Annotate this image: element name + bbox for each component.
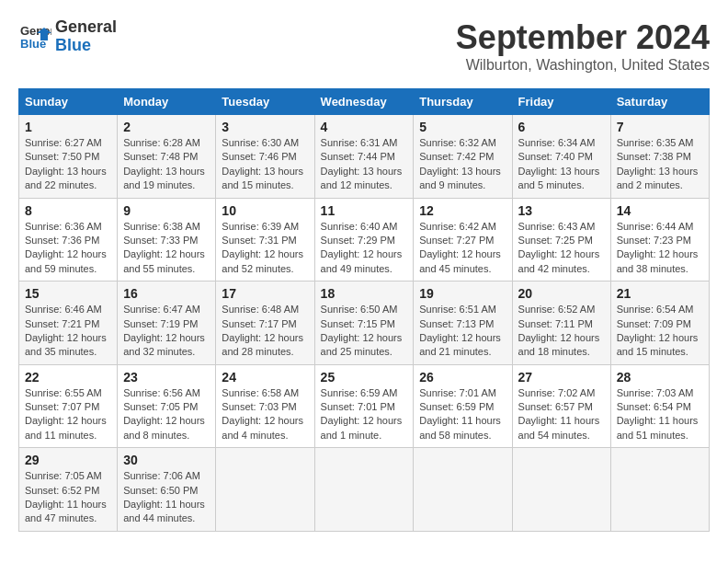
day-info: Sunrise: 6:58 AMSunset: 7:03 PMDaylight:… — [222, 386, 308, 443]
day-info: Sunrise: 6:32 AMSunset: 7:42 PMDaylight:… — [419, 136, 506, 193]
day-info: Sunrise: 6:30 AMSunset: 7:46 PMDaylight:… — [222, 136, 308, 193]
day-number: 5 — [419, 120, 506, 134]
day-number: 4 — [321, 120, 408, 134]
day-number: 29 — [25, 453, 111, 467]
day-info: Sunrise: 6:44 AMSunset: 7:23 PMDaylight:… — [617, 220, 703, 277]
day-number: 23 — [123, 370, 210, 385]
day-info: Sunrise: 6:40 AMSunset: 7:29 PMDaylight:… — [321, 220, 408, 277]
calendar-cell: 28Sunrise: 7:03 AMSunset: 6:54 PMDayligh… — [610, 364, 709, 448]
weekday-header-wednesday: Wednesday — [314, 89, 414, 115]
day-info: Sunrise: 6:47 AMSunset: 7:19 PMDaylight:… — [123, 303, 210, 360]
calendar-cell: 27Sunrise: 7:02 AMSunset: 6:57 PMDayligh… — [512, 364, 610, 448]
calendar-cell: 14Sunrise: 6:44 AMSunset: 7:23 PMDayligh… — [610, 198, 709, 282]
day-number: 20 — [518, 286, 605, 301]
calendar-cell: 18Sunrise: 6:50 AMSunset: 7:15 PMDayligh… — [314, 282, 414, 365]
calendar-cell: 30Sunrise: 7:06 AMSunset: 6:50 PMDayligh… — [118, 448, 216, 532]
day-number: 16 — [123, 286, 210, 301]
logo: General Blue General Blue — [18, 18, 117, 55]
day-number: 26 — [419, 370, 506, 385]
day-info: Sunrise: 6:28 AMSunset: 7:48 PMDaylight:… — [123, 136, 210, 193]
day-number: 3 — [222, 120, 308, 134]
day-info: Sunrise: 6:59 AMSunset: 7:01 PMDaylight:… — [321, 386, 408, 443]
calendar-cell: 2Sunrise: 6:28 AMSunset: 7:48 PMDaylight… — [118, 115, 216, 199]
day-info: Sunrise: 7:06 AMSunset: 6:50 PMDaylight:… — [123, 469, 210, 526]
title-block: September 2024 Wilburton, Washington, Un… — [456, 18, 710, 74]
day-info: Sunrise: 6:27 AMSunset: 7:50 PMDaylight:… — [25, 136, 111, 193]
weekday-header-thursday: Thursday — [414, 89, 512, 115]
calendar-cell: 15Sunrise: 6:46 AMSunset: 7:21 PMDayligh… — [19, 282, 118, 365]
day-number: 25 — [321, 370, 408, 385]
calendar-cell: 29Sunrise: 7:05 AMSunset: 6:52 PMDayligh… — [19, 448, 118, 532]
day-info: Sunrise: 6:54 AMSunset: 7:09 PMDaylight:… — [617, 303, 703, 360]
day-number: 18 — [321, 286, 408, 301]
day-number: 17 — [222, 286, 308, 301]
calendar-cell: 20Sunrise: 6:52 AMSunset: 7:11 PMDayligh… — [512, 282, 610, 365]
day-info: Sunrise: 6:56 AMSunset: 7:05 PMDaylight:… — [123, 386, 210, 443]
day-info: Sunrise: 6:38 AMSunset: 7:33 PMDaylight:… — [123, 220, 210, 277]
calendar-cell: 5Sunrise: 6:32 AMSunset: 7:42 PMDaylight… — [414, 115, 512, 199]
calendar-cell: 24Sunrise: 6:58 AMSunset: 7:03 PMDayligh… — [216, 364, 314, 448]
day-number: 11 — [321, 203, 408, 218]
page-header: General Blue General Blue September 2024… — [18, 18, 710, 74]
day-number: 30 — [123, 453, 210, 467]
day-info: Sunrise: 6:50 AMSunset: 7:15 PMDaylight:… — [321, 303, 408, 360]
day-number: 10 — [222, 203, 308, 218]
calendar-table: SundayMondayTuesdayWednesdayThursdayFrid… — [18, 88, 710, 532]
day-info: Sunrise: 6:51 AMSunset: 7:13 PMDaylight:… — [419, 303, 506, 360]
calendar-cell: 6Sunrise: 6:34 AMSunset: 7:40 PMDaylight… — [512, 115, 610, 199]
day-info: Sunrise: 6:55 AMSunset: 7:07 PMDaylight:… — [25, 386, 111, 443]
day-info: Sunrise: 6:35 AMSunset: 7:38 PMDaylight:… — [617, 136, 703, 193]
day-info: Sunrise: 6:46 AMSunset: 7:21 PMDaylight:… — [25, 303, 111, 360]
day-number: 15 — [25, 286, 111, 301]
day-info: Sunrise: 6:39 AMSunset: 7:31 PMDaylight:… — [222, 220, 308, 277]
day-info: Sunrise: 6:34 AMSunset: 7:40 PMDaylight:… — [518, 136, 605, 193]
calendar-cell: 13Sunrise: 6:43 AMSunset: 7:25 PMDayligh… — [512, 198, 610, 282]
day-number: 14 — [617, 203, 703, 218]
day-number: 2 — [123, 120, 210, 134]
day-number: 24 — [222, 370, 308, 385]
calendar-cell: 9Sunrise: 6:38 AMSunset: 7:33 PMDaylight… — [118, 198, 216, 282]
calendar-cell: 3Sunrise: 6:30 AMSunset: 7:46 PMDaylight… — [216, 115, 314, 199]
calendar-cell: 1Sunrise: 6:27 AMSunset: 7:50 PMDaylight… — [19, 115, 118, 199]
calendar-cell: 7Sunrise: 6:35 AMSunset: 7:38 PMDaylight… — [610, 115, 709, 199]
calendar-cell: 8Sunrise: 6:36 AMSunset: 7:36 PMDaylight… — [19, 198, 118, 282]
calendar-cell — [610, 448, 709, 532]
logo-text-line2: Blue — [55, 37, 117, 55]
calendar-cell: 19Sunrise: 6:51 AMSunset: 7:13 PMDayligh… — [414, 282, 512, 365]
logo-text-line1: General — [55, 18, 117, 37]
day-info: Sunrise: 6:42 AMSunset: 7:27 PMDaylight:… — [419, 220, 506, 277]
calendar-cell: 21Sunrise: 6:54 AMSunset: 7:09 PMDayligh… — [610, 282, 709, 365]
calendar-cell — [314, 448, 414, 532]
day-info: Sunrise: 6:36 AMSunset: 7:36 PMDaylight:… — [25, 220, 111, 277]
calendar-cell: 25Sunrise: 6:59 AMSunset: 7:01 PMDayligh… — [314, 364, 414, 448]
weekday-header-sunday: Sunday — [19, 89, 118, 115]
day-number: 1 — [25, 120, 111, 134]
day-number: 7 — [617, 120, 703, 134]
calendar-cell: 26Sunrise: 7:01 AMSunset: 6:59 PMDayligh… — [414, 364, 512, 448]
calendar-cell: 12Sunrise: 6:42 AMSunset: 7:27 PMDayligh… — [414, 198, 512, 282]
day-info: Sunrise: 7:05 AMSunset: 6:52 PMDaylight:… — [25, 469, 111, 526]
calendar-cell: 16Sunrise: 6:47 AMSunset: 7:19 PMDayligh… — [118, 282, 216, 365]
calendar-cell — [216, 448, 314, 532]
calendar-cell: 17Sunrise: 6:48 AMSunset: 7:17 PMDayligh… — [216, 282, 314, 365]
calendar-cell — [414, 448, 512, 532]
location: Wilburton, Washington, United States — [456, 57, 710, 74]
day-info: Sunrise: 6:43 AMSunset: 7:25 PMDaylight:… — [518, 220, 605, 277]
calendar-cell: 10Sunrise: 6:39 AMSunset: 7:31 PMDayligh… — [216, 198, 314, 282]
calendar-cell — [512, 448, 610, 532]
day-number: 8 — [25, 203, 111, 218]
weekday-header-saturday: Saturday — [610, 89, 709, 115]
day-info: Sunrise: 6:48 AMSunset: 7:17 PMDaylight:… — [222, 303, 308, 360]
day-info: Sunrise: 6:52 AMSunset: 7:11 PMDaylight:… — [518, 303, 605, 360]
day-info: Sunrise: 7:02 AMSunset: 6:57 PMDaylight:… — [518, 386, 605, 443]
day-number: 28 — [617, 370, 703, 385]
calendar-cell: 23Sunrise: 6:56 AMSunset: 7:05 PMDayligh… — [118, 364, 216, 448]
calendar-cell: 11Sunrise: 6:40 AMSunset: 7:29 PMDayligh… — [314, 198, 414, 282]
logo-icon: General Blue — [18, 20, 51, 53]
day-info: Sunrise: 7:01 AMSunset: 6:59 PMDaylight:… — [419, 386, 506, 443]
calendar-cell: 4Sunrise: 6:31 AMSunset: 7:44 PMDaylight… — [314, 115, 414, 199]
day-number: 27 — [518, 370, 605, 385]
day-info: Sunrise: 7:03 AMSunset: 6:54 PMDaylight:… — [617, 386, 703, 443]
day-number: 9 — [123, 203, 210, 218]
day-number: 21 — [617, 286, 703, 301]
